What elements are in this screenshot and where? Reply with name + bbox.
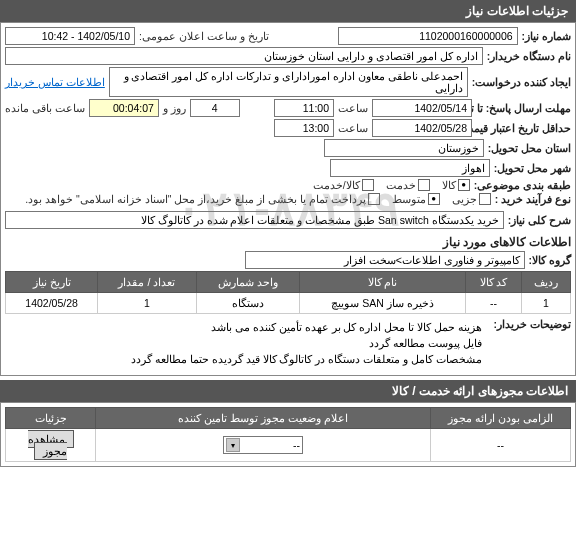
- lic-col-mandatory: الزامی بودن ارائه مجوز: [431, 408, 571, 429]
- days-count: 4: [190, 99, 240, 117]
- col-unit: واحد شمارش: [196, 272, 299, 293]
- city-value: اهواز: [330, 159, 490, 177]
- col-date: تاریخ نیاز: [6, 272, 98, 293]
- chevron-down-icon: ▾: [226, 438, 240, 452]
- time-label-1: ساعت: [338, 102, 368, 114]
- need-desc-value: خرید یکدستگاه San switch طبق مشخصات و مت…: [5, 211, 504, 229]
- lic-col-status: اعلام وضعیت مجوز توسط تامین کننده: [96, 408, 431, 429]
- requester-label: ایجاد کننده درخواست:: [472, 76, 571, 88]
- announce-datetime-label: تاریخ و ساعت اعلان عمومی:: [139, 30, 269, 42]
- need-number-value: 1102000160000006: [338, 27, 518, 45]
- view-license-button[interactable]: مشاهده مجوز: [28, 430, 74, 460]
- validity-label: حداقل تاریخ اعتبار قیمت: تا تاریخ:: [476, 122, 571, 134]
- time-label-2: ساعت: [338, 122, 368, 134]
- deadline-label: مهلت ارسال پاسخ: تا تاریخ:: [476, 102, 571, 114]
- note-line-1: هزینه حمل کالا تا محل اداره کل بر عهده ت…: [5, 320, 482, 336]
- need-number-label: شماره نیاز:: [522, 30, 571, 42]
- cat-goods-label: کالا: [442, 179, 456, 191]
- table-row: 1 -- ذخیره ساز SAN سوییچ دستگاه 1 1402/0…: [6, 293, 571, 314]
- cell-code: --: [466, 293, 521, 314]
- page-header: جزئیات اطلاعات نیاز: [0, 0, 576, 22]
- col-name: نام کالا: [299, 272, 466, 293]
- goods-table: ردیف کد کالا نام کالا واحد شمارش تعداد /…: [5, 271, 571, 314]
- checkbox-goods[interactable]: [458, 179, 470, 191]
- notes-label: توضیحات خریدار:: [486, 318, 571, 330]
- pt-medium-label: متوسط: [392, 193, 426, 205]
- cell-date: 1402/05/28: [6, 293, 98, 314]
- cell-unit: دستگاه: [196, 293, 299, 314]
- goods-group-label: گروه کالا:: [529, 254, 571, 266]
- status-dropdown[interactable]: -- ▾: [223, 436, 303, 454]
- license-section-header: اطلاعات مجوزهای ارائه خدمت / کالا: [0, 380, 576, 402]
- license-row: -- -- ▾ مشاهده مجوز: [6, 429, 571, 462]
- deadline-time: 11:00: [274, 99, 334, 117]
- days-label: روز و: [163, 102, 186, 114]
- category-label: طبقه بندی موضوعی:: [474, 179, 571, 191]
- col-code: کد کالا: [466, 272, 521, 293]
- province-label: استان محل تحویل:: [488, 142, 571, 154]
- purchase-note: پرداخت تمام یا بخشی از مبلغ خرید،از محل …: [25, 193, 365, 205]
- goods-group-value: کامپیوتر و فناوری اطلاعات>سخت افزار: [245, 251, 525, 269]
- deadline-date: 1402/05/14: [372, 99, 472, 117]
- col-row: ردیف: [521, 272, 570, 293]
- lic-col-details: جزئیات: [6, 408, 96, 429]
- col-qty: تعداد / مقدار: [98, 272, 196, 293]
- note-line-2: فایل پیوست مطالعه گردد: [5, 336, 482, 352]
- cell-row: 1: [521, 293, 570, 314]
- lic-cell-status: -- ▾: [96, 429, 431, 462]
- license-table: الزامی بودن ارائه مجوز اعلام وضعیت مجوز …: [5, 407, 571, 462]
- province-value: خوزستان: [324, 139, 484, 157]
- cat-goods-service-label: کالا/خدمت: [313, 179, 360, 191]
- checkbox-small[interactable]: [479, 193, 491, 205]
- checkbox-medium[interactable]: [428, 193, 440, 205]
- requester-value: احمدعلی ناطقی معاون اداره امورادارای و ت…: [109, 67, 468, 97]
- pt-small-label: جزیی: [452, 193, 477, 205]
- cell-name: ذخیره ساز SAN سوییچ: [299, 293, 466, 314]
- purchase-type-label: نوع فرآیند خرید :: [495, 193, 571, 205]
- buyer-org-label: نام دستگاه خریدار:: [487, 50, 571, 62]
- announce-datetime-value: 1402/05/10 - 10:42: [5, 27, 135, 45]
- contact-link[interactable]: اطلاعات تماس خریدار: [5, 76, 105, 88]
- checkbox-service[interactable]: [418, 179, 430, 191]
- buyer-org-value: اداره کل امور اقتصادی و دارایی استان خوز…: [5, 47, 483, 65]
- goods-section-title: اطلاعات کالاهای مورد نیاز: [5, 235, 571, 249]
- city-label: شهر محل تحویل:: [494, 162, 571, 174]
- cell-qty: 1: [98, 293, 196, 314]
- remaining-label: ساعت باقی مانده: [5, 102, 85, 114]
- need-desc-label: شرح کلی نیاز:: [508, 214, 571, 226]
- lic-cell-mandatory: --: [431, 429, 571, 462]
- checkbox-note[interactable]: [368, 193, 380, 205]
- checkbox-goods-service[interactable]: [362, 179, 374, 191]
- remaining-time: 00:04:07: [89, 99, 159, 117]
- validity-date: 1402/05/28: [372, 119, 472, 137]
- validity-time: 13:00: [274, 119, 334, 137]
- cat-service-label: خدمت: [386, 179, 416, 191]
- note-line-3: مشخصات کامل و متعلقات دستگاه در کاتالوگ …: [5, 352, 482, 368]
